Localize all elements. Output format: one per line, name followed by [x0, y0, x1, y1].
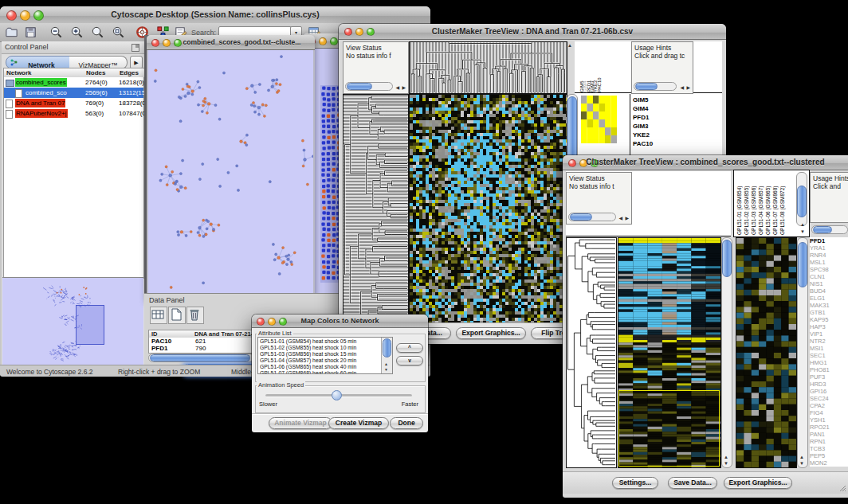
slider-thumb[interactable]	[332, 390, 342, 400]
gene-label[interactable]: RPN1	[810, 438, 848, 445]
gene-label[interactable]: ELG1	[810, 295, 848, 302]
tv1-heatmap[interactable]	[409, 94, 567, 323]
data-panel-hscrollbar[interactable]	[148, 354, 254, 362]
attribute-list-item[interactable]: GPL51-01 (GSM854) heat shock 05 min	[260, 338, 381, 345]
gene-label[interactable]: RNR4	[810, 252, 848, 259]
minimize-icon[interactable]	[319, 37, 327, 45]
gene-label[interactable]: YRA1	[810, 244, 848, 252]
tv2-heatmap-vscrollbar[interactable]: ▲ ▼	[721, 237, 732, 468]
overview-viewport-rect[interactable]	[76, 305, 104, 345]
network-table-row[interactable]: combined_sco2569(6)13112(15)	[4, 88, 143, 98]
attribute-list[interactable]: GPL51-01 (GSM854) heat shock 05 minGPL51…	[257, 337, 393, 374]
tv1-status-hscrollbar[interactable]	[345, 82, 393, 91]
gene-label[interactable]: PFD1	[810, 237, 848, 244]
tv1-export-graphics-button[interactable]: Export Graphics...	[456, 327, 526, 339]
tv2-titlebar[interactable]: ClusterMaker TreeView : combined_scores_…	[563, 155, 848, 170]
tv1-titlebar[interactable]: ClusterMaker TreeView : DNA and Tran 07-…	[339, 24, 726, 40]
tv2-status-hscrollbar[interactable]	[568, 213, 616, 221]
new-doc-icon[interactable]	[168, 307, 186, 324]
create-vizmap-button[interactable]: Create Vizmap	[328, 417, 389, 429]
gene-label[interactable]: PHO81	[810, 366, 848, 373]
col-header-nodes[interactable]: Nodes	[84, 68, 120, 77]
gene-label[interactable]: FIG4	[810, 409, 848, 416]
gene-label[interactable]: GTB1	[810, 309, 848, 316]
col-header-edges[interactable]: Edges	[117, 68, 145, 77]
gene-label[interactable]: PUF3	[810, 373, 848, 381]
attribute-list-item[interactable]: GPL51-02 (GSM855) heat shock 10 min	[260, 345, 381, 351]
done-button[interactable]: Done	[390, 417, 423, 429]
gene-label[interactable]: PFD1	[633, 113, 689, 122]
gene-label[interactable]: GIM4	[633, 104, 689, 113]
tv2-save-data-button[interactable]: Save Data...	[668, 477, 717, 489]
open-folder-icon[interactable]	[5, 25, 18, 39]
gene-label[interactable]: PEP5	[810, 452, 848, 459]
gene-label[interactable]: GIM3	[633, 122, 689, 131]
tv2-heatmap[interactable]	[618, 237, 721, 468]
gene-label[interactable]: MSL1	[810, 259, 848, 266]
gene-label[interactable]: MSI1	[810, 345, 848, 352]
tv2-zoomed-heatmap[interactable]	[736, 237, 797, 468]
gene-label[interactable]: NIS1	[810, 280, 848, 287]
zoom-in-icon[interactable]	[70, 25, 84, 39]
gene-label[interactable]: GPI16	[810, 388, 848, 395]
network-table-row[interactable]: RNAPuberNov2+|563(0)107847(0)	[4, 108, 143, 119]
gene-label[interactable]: SEC1	[810, 352, 848, 359]
gene-label[interactable]: VIP1	[810, 330, 848, 338]
tv2-zoom-vscrollbar[interactable]: ▲ ▼	[797, 237, 808, 468]
dp-col-id[interactable]: ID	[149, 330, 194, 338]
main-titlebar[interactable]: Cytoscape Desktop (Session Name: collins…	[0, 6, 430, 24]
attribute-list-item[interactable]: GPL51-03 (GSM856) heat shock 15 min	[260, 351, 381, 357]
network-table-row[interactable]: DNA and Tran 07769(0)183728(0)	[4, 98, 143, 108]
gene-label[interactable]: HMG1	[810, 359, 848, 366]
move-down-button[interactable]: v	[396, 356, 423, 365]
gene-label[interactable]: HRD3	[810, 381, 848, 388]
tv1-scroll-up-icon[interactable]: ▲	[567, 43, 572, 48]
gene-label[interactable]: BUD4	[810, 287, 848, 295]
table-icon[interactable]	[150, 307, 167, 324]
tv1-row-dendrogram[interactable]	[343, 94, 409, 323]
gene-label[interactable]: CPA2	[810, 402, 848, 409]
dialog-titlebar[interactable]: Map Colors to Network	[252, 315, 428, 328]
move-up-button[interactable]: ^	[396, 343, 423, 353]
close-icon[interactable]	[151, 39, 159, 47]
gene-label[interactable]: RPO21	[810, 424, 848, 431]
tv1-column-dendrogram[interactable]	[409, 41, 567, 94]
gene-label[interactable]: SEC24	[810, 395, 848, 402]
zoom-fit-icon[interactable]	[91, 25, 104, 39]
attribute-list-item[interactable]: GPL51-07 (GSM868) heat shock 60 min	[260, 370, 381, 374]
gene-label[interactable]: KAP95	[810, 316, 848, 323]
tv1-hints-hscrollbar[interactable]	[634, 82, 677, 91]
gene-label[interactable]: GIM5	[633, 96, 689, 104]
tv2-settings-button[interactable]: Settings...	[612, 477, 658, 489]
gene-label[interactable]: SPC98	[810, 266, 848, 273]
gene-label[interactable]: MON2	[810, 459, 848, 467]
zoom-selected-icon[interactable]	[112, 25, 125, 39]
network-overview-panel[interactable]	[2, 277, 143, 365]
network-table-row[interactable]: combined_scores2764(0)16218(0)	[4, 77, 143, 88]
attribute-list-vscrollbar[interactable]: ▲ ▼	[381, 338, 392, 373]
zoom-window-icon[interactable]	[330, 37, 338, 45]
animate-vizmap-button[interactable]: Animate Vizmap	[269, 417, 332, 429]
trash-icon[interactable]	[186, 307, 204, 324]
tv2-export-graphics-button[interactable]: Export Graphics...	[724, 477, 792, 489]
gene-label[interactable]: YSH1	[810, 416, 848, 424]
tv2-hints-hscrollbar[interactable]	[811, 225, 848, 234]
gene-label[interactable]: CLN1	[810, 273, 848, 280]
gene-label[interactable]: HAP3	[810, 323, 848, 330]
attribute-list-item[interactable]: GPL51-04 (GSM857) heat shock 20 min	[260, 357, 381, 364]
tv2-collabels-vscrollbar[interactable]	[796, 172, 807, 226]
tv2-row-dendrogram[interactable]	[566, 237, 617, 468]
col-header-network[interactable]: Network	[4, 68, 86, 77]
tv1-mini-heatmap[interactable]	[581, 96, 617, 143]
attribute-list-item[interactable]: GPL51-06 (GSM865) heat shock 40 min	[260, 364, 381, 370]
float-panel-icon[interactable]	[132, 44, 139, 52]
network-view-window-1[interactable]: combined_scores_good.txt--cluste...	[147, 35, 315, 299]
gene-label[interactable]: MAK31	[810, 302, 848, 309]
zoom-out-icon[interactable]	[49, 25, 63, 39]
gene-label[interactable]: NTR2	[810, 338, 848, 345]
save-icon[interactable]	[24, 25, 37, 39]
resize-grip-icon[interactable]	[838, 484, 846, 492]
gene-label[interactable]: PAN1	[810, 431, 848, 438]
gene-label[interactable]: TCB3	[810, 445, 848, 452]
gene-label[interactable]: PAC10	[633, 139, 689, 148]
